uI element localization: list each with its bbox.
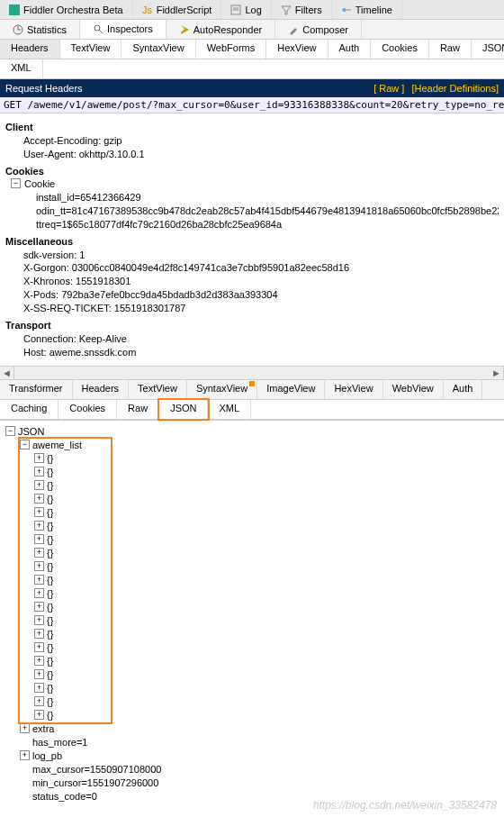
plus-icon[interactable]: + xyxy=(34,561,44,571)
hdr-x-gorgon[interactable]: X-Gorgon: 03006cc0840049e4d2f8c149741ca3… xyxy=(23,261,499,275)
tree-aweme-item[interactable]: +{} xyxy=(5,573,499,586)
minus-icon[interactable]: − xyxy=(5,426,15,436)
hdr-install-id[interactable]: install_id=65412366429 xyxy=(36,191,499,204)
tree-aweme-item[interactable]: +{} xyxy=(5,708,499,722)
tree-status-code[interactable]: status_code=0 xyxy=(5,789,499,803)
hdr-odin-tt[interactable]: odin_tt=81c47167389538cc9b478dc2eab28c57… xyxy=(36,204,499,218)
rtab-transformer[interactable]: Transformer xyxy=(0,380,73,399)
tree-aweme-item[interactable]: +{} xyxy=(5,478,499,492)
plus-icon[interactable]: + xyxy=(34,521,44,531)
plus-icon[interactable]: + xyxy=(34,467,44,477)
tree-aweme-item[interactable]: +{} xyxy=(5,694,499,708)
scroll-track[interactable] xyxy=(14,367,490,379)
tree-aweme-item[interactable]: +{} xyxy=(5,681,499,694)
hdr-ttreq[interactable]: ttreq=1$65c18077df4fc79c2160d26ba28cbfc2… xyxy=(36,218,499,231)
plus-icon[interactable]: + xyxy=(34,602,44,612)
rtab-hexview[interactable]: HexView xyxy=(325,380,382,399)
tree-aweme-item[interactable]: +{} xyxy=(5,640,499,654)
rtab-webview[interactable]: WebView xyxy=(383,380,444,399)
hdr-x-khronos[interactable]: X-Khronos: 1551918301 xyxy=(23,275,499,288)
stab-textview[interactable]: TextView xyxy=(60,40,122,59)
stab-raw[interactable]: Raw xyxy=(429,40,472,59)
plus-icon[interactable]: + xyxy=(34,453,44,463)
rtab-auth[interactable]: Auth xyxy=(444,380,483,399)
tree-aweme-item[interactable]: +{} xyxy=(5,505,499,519)
plus-icon[interactable]: + xyxy=(34,575,44,585)
hdr-connection[interactable]: Connection: Keep-Alive xyxy=(23,332,499,346)
rtab2-cookies[interactable]: Cookies xyxy=(58,400,117,419)
tab-statistics[interactable]: Statistics xyxy=(0,20,80,39)
tree-aweme-item[interactable]: +{} xyxy=(5,546,499,559)
stab-webforms[interactable]: WebForms xyxy=(196,40,267,59)
tree-root[interactable]: − JSON xyxy=(5,424,499,438)
tree-aweme-item[interactable]: +{} xyxy=(5,532,499,546)
plus-icon[interactable]: + xyxy=(34,494,44,504)
plus-icon[interactable]: + xyxy=(34,548,44,558)
plus-icon[interactable]: + xyxy=(34,656,44,666)
plus-icon[interactable]: + xyxy=(34,696,44,706)
plus-icon[interactable]: + xyxy=(34,629,44,639)
plus-icon[interactable]: + xyxy=(34,642,44,652)
tree-aweme-item[interactable]: +{} xyxy=(5,600,499,613)
tab-inspectors[interactable]: Inspectors xyxy=(80,20,166,39)
hdr-x-ss-req-ticket[interactable]: X-SS-REQ-TICKET: 1551918301787 xyxy=(23,302,499,315)
plus-icon[interactable]: + xyxy=(20,723,30,733)
link-header-definitions[interactable]: [Header Definitions] xyxy=(411,83,499,94)
json-tree-pane[interactable]: − JSON − aweme_list +{}+{}+{}+{}+{}+{}+{… xyxy=(0,420,504,817)
tree-aweme-item[interactable]: +{} xyxy=(5,667,499,681)
tree-min-cursor[interactable]: min_cursor=1551907296000 xyxy=(5,776,499,789)
tree-aweme-item[interactable]: +{} xyxy=(5,613,499,627)
stab-syntaxview[interactable]: SyntaxView xyxy=(122,40,195,59)
stab-cookies[interactable]: Cookies xyxy=(371,40,429,59)
tree-aweme-list[interactable]: − aweme_list xyxy=(5,438,499,451)
hdr-sdk-version[interactable]: sdk-version: 1 xyxy=(23,249,499,262)
scroll-right-icon[interactable]: ► xyxy=(490,367,504,379)
plus-icon[interactable]: + xyxy=(34,615,44,625)
scroll-left-icon[interactable]: ◄ xyxy=(0,367,14,379)
rtab-imageview[interactable]: ImageView xyxy=(257,380,325,399)
tree-aweme-item[interactable]: +{} xyxy=(5,559,499,573)
request-line[interactable]: GET /aweme/v1/aweme/post/?max_cursor=0&u… xyxy=(0,97,504,113)
stab-auth[interactable]: Auth xyxy=(328,40,372,59)
rtab-textview[interactable]: TextView xyxy=(129,380,187,399)
tb-orchestra[interactable]: Fiddler Orchestra Beta xyxy=(0,0,133,19)
tree-aweme-item[interactable]: +{} xyxy=(5,627,499,640)
rtab2-raw[interactable]: Raw xyxy=(117,400,159,419)
tree-aweme-item[interactable]: +{} xyxy=(5,492,499,505)
link-raw[interactable]: [ Raw ] xyxy=(374,83,404,94)
hdr-accept-encoding[interactable]: Accept-Encoding: gzip xyxy=(23,134,499,148)
plus-icon[interactable]: + xyxy=(20,750,30,760)
tree-max-cursor[interactable]: max_cursor=1550907108000 xyxy=(5,762,499,776)
tb-fiddlerscript[interactable]: JsFiddlerScript xyxy=(133,0,222,19)
tree-extra[interactable]: +extra xyxy=(5,722,499,735)
hdr-x-pods[interactable]: X-Pods: 792ba3e7efe0bcc9da45bdadb3d2d383… xyxy=(23,288,499,302)
stab-xml[interactable]: XML xyxy=(0,59,43,78)
hdr-host[interactable]: Host: aweme.snssdk.com xyxy=(23,346,499,359)
plus-icon[interactable]: + xyxy=(34,710,44,720)
tree-has-more[interactable]: has_more=1 xyxy=(5,735,499,749)
horizontal-scrollbar[interactable]: ◄ ► xyxy=(0,366,504,380)
minus-icon[interactable]: − xyxy=(11,178,21,188)
tree-aweme-item[interactable]: +{} xyxy=(5,465,499,478)
tree-aweme-item[interactable]: +{} xyxy=(5,586,499,600)
hdr-user-agent[interactable]: User-Agent: okhttp/3.10.0.1 xyxy=(23,148,499,161)
plus-icon[interactable]: + xyxy=(34,507,44,517)
tab-composer[interactable]: Composer xyxy=(275,20,362,39)
plus-icon[interactable]: + xyxy=(34,480,44,490)
rtab2-caching[interactable]: Caching xyxy=(0,400,58,419)
stab-hexview[interactable]: HexView xyxy=(266,40,328,59)
plus-icon[interactable]: + xyxy=(34,683,44,693)
tb-filters[interactable]: Filters xyxy=(272,0,332,19)
tb-timeline[interactable]: Timeline xyxy=(332,0,402,19)
rtab2-xml[interactable]: XML xyxy=(208,400,251,419)
tree-log-pb[interactable]: +log_pb xyxy=(5,749,499,762)
minus-icon[interactable]: − xyxy=(20,440,30,449)
rtab-syntaxview[interactable]: SyntaxView xyxy=(187,380,257,399)
plus-icon[interactable]: + xyxy=(34,534,44,544)
tab-autoresponder[interactable]: AutoResponder xyxy=(166,20,275,39)
tb-log[interactable]: Log xyxy=(221,0,271,19)
hdr-cookie-node[interactable]: −Cookie xyxy=(11,177,499,191)
plus-icon[interactable]: + xyxy=(34,669,44,679)
stab-json[interactable]: JSON xyxy=(472,40,504,59)
plus-icon[interactable]: + xyxy=(34,588,44,598)
